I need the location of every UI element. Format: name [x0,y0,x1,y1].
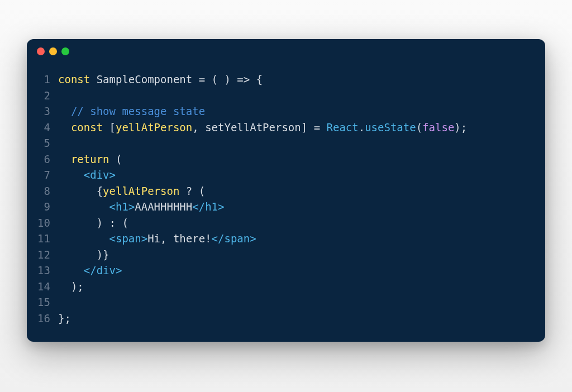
code-token: }; [58,312,71,324]
code-token: </ [192,200,205,213]
code-line: 12 )} [27,247,545,263]
code-token: </ [212,232,225,245]
code-token: yellAtPerson [116,121,192,133]
line-number: 12 [27,247,58,263]
code-token: > [109,169,116,181]
code-content: <div> [58,167,116,183]
code-line: 11 <span>Hi, there!</span> [27,231,545,247]
code-token: h1 [205,200,218,213]
code-token: yellAtPerson [103,185,179,197]
line-number: 9 [27,199,58,215]
code-token: ( [416,121,422,133]
code-content: )} [58,247,109,263]
line-number: 16 [27,310,58,327]
code-line: 7 <div> [27,167,545,183]
code-line: 4 const [yellAtPerson, setYellAtPerson] … [27,119,545,136]
code-token: h1 [116,200,128,213]
line-number: 4 [27,119,58,136]
code-token: // show message state [71,105,205,117]
code-token: < [58,232,116,245]
line-number: 1 [27,71,58,88]
line-number: 10 [27,215,58,231]
code-line: 3 // show message state [27,103,545,119]
code-line: 5 [27,135,545,151]
code-token: < [58,200,116,213]
code-content: <span>Hi, there!</span> [58,231,256,247]
line-number: 7 [27,167,58,183]
code-token [90,73,96,85]
code-content: ) : ( [58,215,128,231]
code-token: </ [58,264,97,276]
code-line: 10 ) : ( [27,215,545,231]
code-token: )} [58,248,109,261]
maximize-icon[interactable] [61,47,69,55]
code-content: // show message state [58,103,205,119]
code-token: return [71,153,109,165]
line-number: 13 [27,262,58,279]
code-content: const SampleComponent = ( ) => { [58,71,263,88]
code-token: , [192,121,205,133]
code-token: div [97,264,116,276]
code-content: return ( [58,151,122,168]
code-token [58,105,71,117]
code-content: </div> [58,262,122,279]
code-content: }; [58,310,71,327]
code-token: = ( ) => { [192,73,263,85]
code-line: 14 ); [27,279,545,295]
code-editor[interactable]: 1const SampleComponent = ( ) => {23 // s… [27,64,545,342]
code-line: 2 [27,88,545,104]
code-line: 8 {yellAtPerson ? ( [27,183,545,199]
code-token: span [224,232,250,245]
line-number: 15 [27,294,58,310]
code-token: ); [58,280,84,293]
window-titlebar [27,39,545,64]
code-token: span [116,232,141,245]
code-line: 13 </div> [27,262,545,279]
code-line: 15 [27,294,545,310]
code-line: 1const SampleComponent = ( ) => { [27,71,545,88]
code-token: ) : ( [58,217,128,229]
code-token: > [116,264,122,276]
close-icon[interactable] [37,47,45,55]
code-token: const [58,73,90,85]
code-token: > [218,200,224,213]
code-window: 1const SampleComponent = ( ) => {23 // s… [27,39,545,342]
code-content: <h1>AAAHHHHHH</h1> [58,199,224,215]
minimize-icon[interactable] [49,47,57,55]
code-content: const [yellAtPerson, setYellAtPerson] = … [58,119,467,136]
code-line: 9 <h1>AAAHHHHHH</h1> [27,199,545,215]
code-line: 6 return ( [27,151,545,168]
code-token: SampleComponent [97,73,193,85]
code-token: const [71,121,103,133]
line-number: 2 [27,88,58,104]
code-token: useState [365,121,416,133]
line-number: 3 [27,103,58,119]
code-token: AAAHHHHHH [135,200,192,213]
code-token: . [359,121,365,133]
code-token: [ [103,121,116,133]
line-number: 5 [27,135,58,151]
code-token: setYellAtPerson [205,121,301,133]
code-token: div [90,169,109,181]
code-token: React [327,121,359,133]
code-token: > [128,200,135,213]
code-token: ); [454,121,467,133]
code-token: Hi, there! [147,232,211,245]
code-token: false [422,121,454,133]
code-token [58,153,71,165]
code-token: > [141,232,147,245]
code-token: ] = [301,121,327,133]
code-line: 16}; [27,310,545,327]
code-token [58,121,71,133]
code-token: < [58,169,90,181]
line-number: 8 [27,183,58,199]
code-token: ? ( [179,185,205,197]
code-content: {yellAtPerson ? ( [58,183,205,199]
code-content: ); [58,279,84,295]
code-token: ( [109,153,122,165]
line-number: 6 [27,151,58,168]
code-token: { [58,185,103,197]
code-token: > [250,232,256,245]
line-number: 14 [27,279,58,295]
line-number: 11 [27,231,58,247]
